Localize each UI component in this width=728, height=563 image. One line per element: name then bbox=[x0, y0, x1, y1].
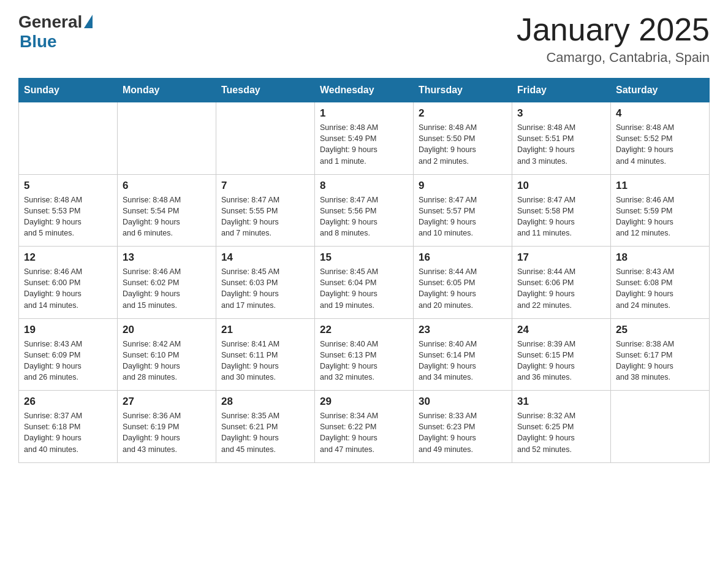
day-number: 22 bbox=[320, 324, 408, 336]
calendar-cell: 31Sunrise: 8:32 AM Sunset: 6:25 PM Dayli… bbox=[512, 391, 611, 463]
day-number: 28 bbox=[221, 396, 309, 408]
calendar-cell: 12Sunrise: 8:46 AM Sunset: 6:00 PM Dayli… bbox=[19, 247, 118, 319]
day-number: 26 bbox=[24, 396, 112, 408]
day-info: Sunrise: 8:34 AM Sunset: 6:22 PM Dayligh… bbox=[320, 410, 408, 455]
day-number: 7 bbox=[221, 180, 309, 192]
calendar-week-row: 26Sunrise: 8:37 AM Sunset: 6:18 PM Dayli… bbox=[19, 391, 710, 463]
day-number: 11 bbox=[616, 180, 704, 192]
logo-blue-text: Blue bbox=[20, 32, 57, 52]
calendar-cell: 30Sunrise: 8:33 AM Sunset: 6:23 PM Dayli… bbox=[414, 391, 512, 463]
day-number: 18 bbox=[616, 251, 704, 264]
day-number: 31 bbox=[517, 396, 605, 408]
day-info: Sunrise: 8:41 AM Sunset: 6:11 PM Dayligh… bbox=[221, 339, 309, 383]
day-info: Sunrise: 8:47 AM Sunset: 5:55 PM Dayligh… bbox=[221, 194, 309, 239]
day-number: 15 bbox=[320, 251, 408, 264]
day-number: 30 bbox=[419, 396, 507, 408]
calendar-cell bbox=[216, 102, 315, 175]
calendar-table: SundayMondayTuesdayWednesdayThursdayFrid… bbox=[18, 78, 710, 463]
day-info: Sunrise: 8:48 AM Sunset: 5:54 PM Dayligh… bbox=[123, 194, 211, 239]
day-info: Sunrise: 8:48 AM Sunset: 5:53 PM Dayligh… bbox=[24, 194, 112, 239]
calendar-cell: 27Sunrise: 8:36 AM Sunset: 6:19 PM Dayli… bbox=[118, 391, 216, 463]
day-number: 3 bbox=[517, 107, 605, 120]
calendar-cell: 26Sunrise: 8:37 AM Sunset: 6:18 PM Dayli… bbox=[19, 391, 118, 463]
calendar-cell: 16Sunrise: 8:44 AM Sunset: 6:05 PM Dayli… bbox=[414, 247, 512, 319]
calendar-cell: 13Sunrise: 8:46 AM Sunset: 6:02 PM Dayli… bbox=[118, 247, 216, 319]
day-info: Sunrise: 8:45 AM Sunset: 6:03 PM Dayligh… bbox=[221, 266, 309, 311]
day-info: Sunrise: 8:44 AM Sunset: 6:06 PM Dayligh… bbox=[517, 266, 605, 311]
day-info: Sunrise: 8:36 AM Sunset: 6:19 PM Dayligh… bbox=[123, 410, 211, 455]
calendar-cell: 24Sunrise: 8:39 AM Sunset: 6:15 PM Dayli… bbox=[512, 318, 611, 391]
day-number: 21 bbox=[221, 324, 309, 336]
calendar-cell: 10Sunrise: 8:47 AM Sunset: 5:58 PM Dayli… bbox=[512, 174, 611, 247]
logo-general-text: General bbox=[18, 12, 82, 32]
day-info: Sunrise: 8:32 AM Sunset: 6:25 PM Dayligh… bbox=[517, 410, 605, 455]
calendar-title: January 2025 bbox=[517, 12, 710, 47]
calendar-cell: 17Sunrise: 8:44 AM Sunset: 6:06 PM Dayli… bbox=[512, 247, 611, 319]
day-info: Sunrise: 8:40 AM Sunset: 6:14 PM Dayligh… bbox=[419, 339, 507, 383]
calendar-body: 1Sunrise: 8:48 AM Sunset: 5:49 PM Daylig… bbox=[19, 102, 710, 463]
calendar-cell: 9Sunrise: 8:47 AM Sunset: 5:57 PM Daylig… bbox=[414, 174, 512, 247]
day-of-week-header: Friday bbox=[512, 79, 611, 102]
day-info: Sunrise: 8:46 AM Sunset: 6:00 PM Dayligh… bbox=[24, 266, 112, 311]
day-number: 13 bbox=[123, 251, 211, 264]
day-info: Sunrise: 8:47 AM Sunset: 5:58 PM Dayligh… bbox=[517, 194, 605, 239]
day-info: Sunrise: 8:43 AM Sunset: 6:08 PM Dayligh… bbox=[616, 266, 704, 311]
day-of-week-header: Thursday bbox=[414, 79, 512, 102]
day-of-week-header: Tuesday bbox=[216, 79, 315, 102]
day-of-week-header: Saturday bbox=[611, 79, 710, 102]
day-info: Sunrise: 8:45 AM Sunset: 6:04 PM Dayligh… bbox=[320, 266, 408, 311]
day-info: Sunrise: 8:44 AM Sunset: 6:05 PM Dayligh… bbox=[419, 266, 507, 311]
calendar-cell: 29Sunrise: 8:34 AM Sunset: 6:22 PM Dayli… bbox=[315, 391, 414, 463]
day-of-week-header: Wednesday bbox=[315, 79, 414, 102]
day-of-week-header: Sunday bbox=[19, 79, 118, 102]
day-number: 27 bbox=[123, 396, 211, 408]
day-number: 1 bbox=[320, 107, 408, 120]
calendar-cell bbox=[118, 102, 216, 175]
day-number: 9 bbox=[419, 180, 507, 192]
title-block: January 2025 Camargo, Cantabria, Spain bbox=[517, 12, 710, 66]
calendar-cell: 28Sunrise: 8:35 AM Sunset: 6:21 PM Dayli… bbox=[216, 391, 315, 463]
calendar-cell: 8Sunrise: 8:47 AM Sunset: 5:56 PM Daylig… bbox=[315, 174, 414, 247]
day-info: Sunrise: 8:46 AM Sunset: 5:59 PM Dayligh… bbox=[616, 194, 704, 239]
day-number: 12 bbox=[24, 251, 112, 264]
calendar-cell bbox=[611, 391, 710, 463]
day-info: Sunrise: 8:48 AM Sunset: 5:49 PM Dayligh… bbox=[320, 122, 408, 167]
logo-triangle-icon bbox=[84, 15, 93, 28]
day-number: 6 bbox=[123, 180, 211, 192]
day-info: Sunrise: 8:47 AM Sunset: 5:57 PM Dayligh… bbox=[419, 194, 507, 239]
day-number: 19 bbox=[24, 324, 112, 336]
logo: General Blue bbox=[18, 12, 93, 52]
calendar-cell: 7Sunrise: 8:47 AM Sunset: 5:55 PM Daylig… bbox=[216, 174, 315, 247]
day-info: Sunrise: 8:48 AM Sunset: 5:50 PM Dayligh… bbox=[419, 122, 507, 167]
calendar-cell: 3Sunrise: 8:48 AM Sunset: 5:51 PM Daylig… bbox=[512, 102, 611, 175]
day-of-week-header: Monday bbox=[118, 79, 216, 102]
day-info: Sunrise: 8:48 AM Sunset: 5:52 PM Dayligh… bbox=[616, 122, 704, 167]
day-info: Sunrise: 8:35 AM Sunset: 6:21 PM Dayligh… bbox=[221, 410, 309, 455]
day-number: 5 bbox=[24, 180, 112, 192]
calendar-cell: 15Sunrise: 8:45 AM Sunset: 6:04 PM Dayli… bbox=[315, 247, 414, 319]
calendar-cell: 25Sunrise: 8:38 AM Sunset: 6:17 PM Dayli… bbox=[611, 318, 710, 391]
day-number: 16 bbox=[419, 251, 507, 264]
calendar-cell: 20Sunrise: 8:42 AM Sunset: 6:10 PM Dayli… bbox=[118, 318, 216, 391]
page-header: General Blue January 2025 Camargo, Canta… bbox=[18, 12, 710, 66]
day-info: Sunrise: 8:37 AM Sunset: 6:18 PM Dayligh… bbox=[24, 410, 112, 455]
calendar-cell: 11Sunrise: 8:46 AM Sunset: 5:59 PM Dayli… bbox=[611, 174, 710, 247]
day-info: Sunrise: 8:47 AM Sunset: 5:56 PM Dayligh… bbox=[320, 194, 408, 239]
day-info: Sunrise: 8:33 AM Sunset: 6:23 PM Dayligh… bbox=[419, 410, 507, 455]
day-number: 10 bbox=[517, 180, 605, 192]
calendar-week-row: 19Sunrise: 8:43 AM Sunset: 6:09 PM Dayli… bbox=[19, 318, 710, 391]
calendar-cell: 22Sunrise: 8:40 AM Sunset: 6:13 PM Dayli… bbox=[315, 318, 414, 391]
day-info: Sunrise: 8:39 AM Sunset: 6:15 PM Dayligh… bbox=[517, 339, 605, 383]
calendar-cell: 4Sunrise: 8:48 AM Sunset: 5:52 PM Daylig… bbox=[611, 102, 710, 175]
day-number: 23 bbox=[419, 324, 507, 336]
day-info: Sunrise: 8:43 AM Sunset: 6:09 PM Dayligh… bbox=[24, 339, 112, 383]
day-number: 25 bbox=[616, 324, 704, 336]
calendar-week-row: 5Sunrise: 8:48 AM Sunset: 5:53 PM Daylig… bbox=[19, 174, 710, 247]
calendar-cell bbox=[19, 102, 118, 175]
day-number: 8 bbox=[320, 180, 408, 192]
calendar-cell: 1Sunrise: 8:48 AM Sunset: 5:49 PM Daylig… bbox=[315, 102, 414, 175]
calendar-cell: 23Sunrise: 8:40 AM Sunset: 6:14 PM Dayli… bbox=[414, 318, 512, 391]
day-info: Sunrise: 8:48 AM Sunset: 5:51 PM Dayligh… bbox=[517, 122, 605, 167]
day-info: Sunrise: 8:42 AM Sunset: 6:10 PM Dayligh… bbox=[123, 339, 211, 383]
day-info: Sunrise: 8:46 AM Sunset: 6:02 PM Dayligh… bbox=[123, 266, 211, 311]
